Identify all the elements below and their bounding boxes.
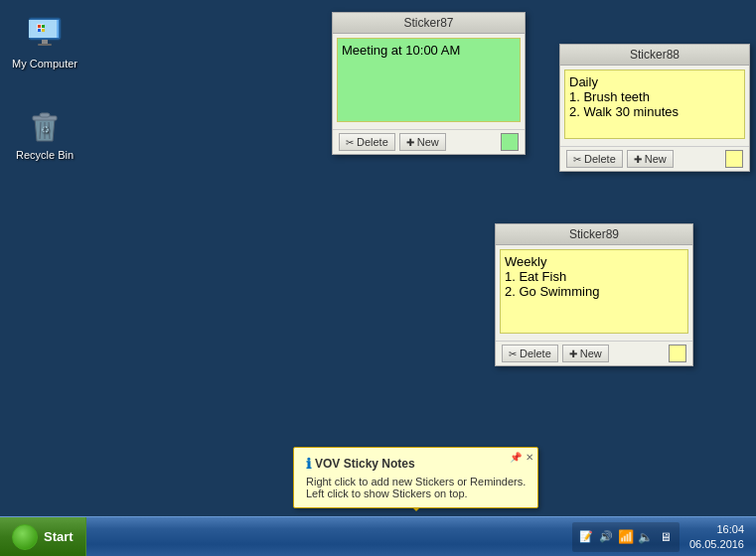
svg-rect-6: [38, 29, 41, 32]
close-icon[interactable]: ✕: [526, 452, 533, 463]
info-icon: ℹ: [306, 456, 311, 472]
pin-icon[interactable]: 📌: [510, 452, 522, 463]
sticker89-delete-button[interactable]: ✂ Delete: [502, 345, 558, 362]
sticker89-color-swatch[interactable]: [669, 345, 686, 362]
sticker88-color-swatch[interactable]: [725, 150, 743, 168]
sticker89-title[interactable]: Sticker89: [496, 224, 692, 245]
start-orb: [12, 524, 38, 550]
sticker88-new-button[interactable]: ✚ New: [627, 150, 674, 168]
tooltip-line2: Left click to show Stickers on top.: [306, 487, 526, 499]
system-clock[interactable]: 16:04 06.05.2016: [685, 522, 748, 551]
clock-date: 06.05.2016: [689, 537, 744, 551]
tooltip-line1: Right click to add new Stickers or Remin…: [306, 476, 526, 487]
taskbar-right: 📝 🔊 📶 🔈 🖥 16:04 06.05.2016: [564, 517, 756, 556]
sticker89-textarea[interactable]: Weekly 1. Eat Fish 2. Go Swimming: [500, 249, 688, 334]
my-computer-label: My Computer: [12, 58, 77, 70]
sticker87-footer: ✂ Delete ✚ New: [333, 129, 525, 154]
sticker87-textarea[interactable]: Meeting at 10:00 AM: [337, 38, 521, 122]
taskbar: Start 📝 🔊 📶 🔈 🖥 16:04 06.05.2016: [0, 516, 756, 556]
delete-icon-88: ✂: [573, 154, 581, 165]
my-computer-icon[interactable]: My Computer: [5, 10, 84, 73]
sticker89-delete-label: Delete: [520, 348, 551, 359]
sticker88-footer: ✂ Delete ✚ New: [560, 146, 749, 171]
sticker87-new-button[interactable]: ✚ New: [399, 133, 446, 151]
sticker87-content: Meeting at 10:00 AM: [333, 34, 525, 129]
sticker87-title[interactable]: Sticker87: [333, 13, 525, 34]
sticker88-window: Sticker88 Daily 1. Brush teeth 2. Walk 3…: [559, 44, 750, 172]
sticker87-delete-label: Delete: [357, 136, 388, 148]
sticker89-content: Weekly 1. Eat Fish 2. Go Swimming: [496, 245, 692, 341]
new-icon-89: ✚: [569, 348, 577, 359]
sticker89-footer: ✂ Delete ✚ New: [496, 341, 692, 365]
sticker89-window: Sticker89 Weekly 1. Eat Fish 2. Go Swimm…: [495, 223, 693, 366]
delete-icon: ✂: [346, 137, 354, 148]
network-icon[interactable]: 📶: [618, 529, 634, 545]
start-button[interactable]: Start: [0, 517, 86, 556]
tooltip-balloon: 📌 ✕ ℹ VOV Sticky Notes Right click to ad…: [293, 447, 538, 508]
recycle-bin-icon-image: ♻: [25, 105, 65, 145]
computer-icon-image: [25, 14, 65, 54]
sticky-notes-tray-icon[interactable]: 📝: [578, 529, 594, 545]
svg-rect-9: [38, 44, 52, 46]
svg-rect-7: [42, 29, 45, 32]
sticker88-new-label: New: [645, 153, 667, 165]
tooltip-close-area: 📌 ✕: [510, 452, 533, 463]
sticker88-delete-button[interactable]: ✂ Delete: [566, 150, 623, 168]
sticker87-delete-button[interactable]: ✂ Delete: [339, 133, 395, 151]
system-tray: 📝 🔊 📶 🔈 🖥: [572, 522, 680, 552]
new-icon: ✚: [406, 137, 414, 148]
sticker88-title[interactable]: Sticker88: [560, 45, 749, 66]
svg-rect-8: [42, 40, 48, 44]
start-label: Start: [44, 529, 74, 544]
sticker88-delete-label: Delete: [584, 153, 616, 165]
sticker87-window: Sticker87 Meeting at 10:00 AM ✂ Delete ✚…: [332, 12, 526, 155]
svg-rect-11: [40, 113, 50, 117]
sticker88-textarea[interactable]: Daily 1. Brush teeth 2. Walk 30 minutes: [564, 70, 745, 139]
svg-rect-5: [42, 25, 45, 28]
sticker87-color-swatch[interactable]: [501, 133, 519, 151]
recycle-bin-icon[interactable]: ♻ Recycle Bin: [5, 101, 84, 165]
volume-icon[interactable]: 🔈: [638, 529, 654, 545]
sticker87-new-label: New: [417, 136, 439, 148]
sticker89-new-label: New: [580, 348, 602, 359]
sticker88-content: Daily 1. Brush teeth 2. Walk 30 minutes: [560, 66, 749, 146]
speaker-icon[interactable]: 🔊: [598, 529, 614, 545]
new-icon-88: ✚: [634, 154, 642, 165]
delete-icon-89: ✂: [509, 348, 517, 359]
svg-rect-4: [38, 25, 41, 28]
clock-time: 16:04: [689, 522, 744, 536]
sticker89-new-button[interactable]: ✚ New: [562, 345, 609, 362]
tooltip-title: ℹ VOV Sticky Notes: [306, 456, 526, 472]
recycle-bin-label: Recycle Bin: [16, 149, 74, 161]
display-icon[interactable]: 🖥: [658, 529, 674, 545]
